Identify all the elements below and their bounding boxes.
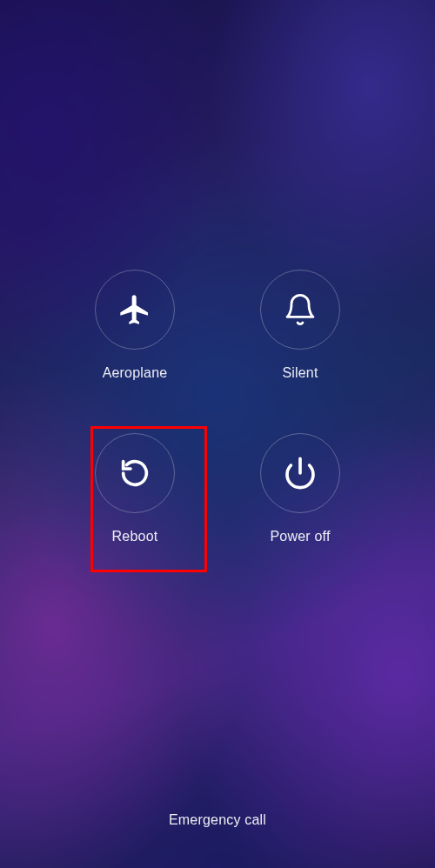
- bell-icon: [283, 292, 318, 327]
- silent-icon-circle: [260, 270, 340, 350]
- airplane-icon: [117, 292, 152, 327]
- power-off-button[interactable]: Power off: [235, 433, 365, 544]
- reboot-label: Reboot: [112, 529, 158, 544]
- emergency-call-button[interactable]: Emergency call: [0, 812, 435, 828]
- reboot-icon-circle: [95, 433, 175, 513]
- aeroplane-label: Aeroplane: [103, 365, 168, 381]
- reboot-icon: [117, 456, 152, 491]
- power-off-label: Power off: [270, 529, 330, 544]
- aeroplane-icon-circle: [95, 270, 175, 350]
- silent-mode-button[interactable]: Silent: [235, 270, 365, 381]
- power-menu-grid: Aeroplane Silent Reboot: [70, 270, 365, 544]
- power-icon: [283, 456, 318, 491]
- reboot-button[interactable]: Reboot: [70, 433, 200, 544]
- emergency-call-label: Emergency call: [169, 812, 266, 827]
- power-off-icon-circle: [260, 433, 340, 513]
- silent-label: Silent: [282, 365, 318, 381]
- aeroplane-mode-button[interactable]: Aeroplane: [70, 270, 200, 381]
